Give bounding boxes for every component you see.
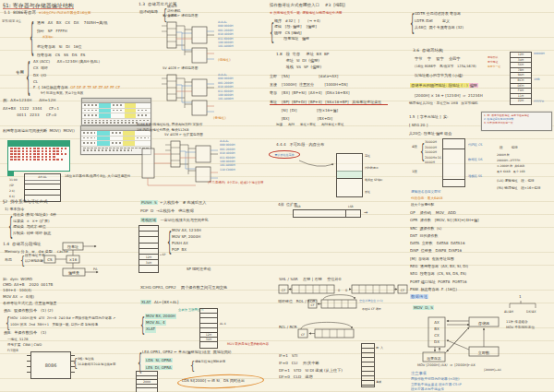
special-register-line: DX I/O [33,72,100,78]
memory-side-label: 低址 [365,186,383,198]
green-table-row [10,150,62,152]
memory-box-highlight [337,171,362,178]
lds-line: LDS SI, OPRA [145,358,173,362]
decoder-2-caption: 5V 4028 ← 译码电路图 [163,66,198,70]
decoder-3-caption: 5V 4028 ← 位扩展电路图 [164,133,203,137]
decoder-1-address-table: A₂A₁A₀000·0000H001·2000H010·4000H011·600… [218,20,234,49]
shift-instruction-line: SHL / SAR 左移 | 右移 空位补0 [279,277,341,281]
notation-legend-line: SEG 段寄存器 (CS, SS, DS, ES) [410,270,479,278]
register-line: 指针 SP FFFFH [37,27,108,35]
stack-code-line: PUSH AX [172,240,201,246]
word-address-line: 共20位: 段基址·偏移 组合 [409,130,452,138]
flags-line-b: OF DF IF TF SF ZF AF PF CF [70,85,120,89]
notes-heading: 注意事项 [411,371,427,375]
addressing-mode-row: [SI] [DI] [段×16+偏] [270,106,381,114]
address-table-row: 101·A000H [218,97,234,101]
les-line: LES DI, OPRA [145,365,173,370]
chip-note-2: 16条数据与20条地址线复用 [78,362,115,366]
rotate-note-dark: 不经过 CF 循环 [362,307,381,311]
xlat-code-line: XLAT [145,327,156,332]
stack-stripes-diagram [361,343,375,387]
embedded-rule-card: 1. 字: 低字节在低地址, 高字节在高地址 2. 段地址必须是16的倍数 3.… [481,112,552,131]
decoder-1-note: (偶地址) [218,58,231,62]
graph-example-2: [2000H]←AX [484,368,501,372]
address-table-row: 010·4000H [218,85,234,89]
bar-divider [345,210,346,217]
section-2-sub: 1) 基本指令 [5,207,24,211]
decoder-3-note: (不只是译码) 8个芯片, 组成1个地址管理 [208,181,263,184]
segment-table-line: 最大 64KB 最小 16B [497,169,525,174]
memmap-left-note-2: 字节编址 [488,60,498,64]
notation-legend-line: PORT 端口地址 PORT8 PORT16 [410,279,479,286]
parity-notes: 8086有奇/偶地址特性, 两块相间排列·字操作1M 内存按地址分两块, 每块5… [137,123,202,133]
notation-legend-line: DST 目的操作数 [410,232,479,240]
register-usage-line: 1.8 段 寄存 基址 BX BP [276,51,329,57]
addressing-mode-row: 直接 [1000H] 注意区分 [1000H+DS] [270,80,381,89]
brace-special: { [26,57,30,99]
chip-pins-left [27,355,31,375]
section-444-title: 4.4.4 不可跨段 · 内存分布 [276,142,324,147]
notation-legend-line: DATA 立即数 DATA8 DATA16 [410,240,479,247]
graph-reg-bx: BX [434,327,440,331]
stack-region-label: 堆栈区域 [140,218,157,222]
address-cross-diagram: CS 段基址 ×16 偏移量 PA [44,242,103,279]
special-register-line: AX (ACC) AX=1234H (高AH·低AL) [33,58,100,65]
memory-side-labels: 代码段存放堆栈区 SP指针低址 [365,162,383,198]
flags-subnote: 9个标志位有效, 其余7位无效 [41,91,83,95]
lds-note: 偏移与段地址同时获得 [195,360,225,363]
notation-legend-line: OPR 操作数 [MOV, SI] [BX]+[4H+偏] [410,217,479,224]
screenshot-textline [84,122,138,124]
parity-note-line: 8086有奇/偶地址特性, 两块相间排列·字操作 [137,123,202,128]
special-register-lines: AX (ACC) AX=1234H (高AH·低AL)CX 循环DX I/OCL [33,58,100,85]
unit-line: 字节 字 双字 全四字 [415,56,460,61]
descriptor-register-line: 共48位 两个专属寄存器 (32) [415,24,464,31]
segment-divider [443,179,464,180]
addressing-heading: 操作数寻址方式有哪些入口 #3 [编码] [270,3,345,7]
pa-highlight-main: 存储单元的物理地址: 段地址 ( : ) [410,83,469,88]
table-cell [200,342,217,347]
rotate-diagram: CF [308,291,358,311]
graph-memory-label: 存储器 [478,321,490,326]
flag-instruction-line: IF=0 CLI 开/关中断 [279,360,343,367]
stack-code-line: POP BX [172,246,201,253]
xlat-desc: AL←[BX+AL] [151,300,178,304]
flag-instructions: IF=1 STIIF=0 CLI 开/关中断DF=1 STD SI DI 递减 … [279,352,343,381]
segment-summary-note: 各种寻址方式汇总, 注意使用场景 [3,301,57,305]
flag-instruction-line: IF=1 STI [279,352,343,360]
memory-map-cell: 22H [511,99,531,104]
segment-diagram-box [442,138,465,187]
calc-rows: AX+BX 1122 3344 CF=1 0011 2233 CF=0 [3,105,59,118]
pop-desc: →出栈指令 弹出数据 [153,208,194,213]
tree-notes: 11种 传送组合MOV 不影响标志位 [506,319,535,330]
endian-note: 以地址最小的字节为准 (小端) [415,73,463,77]
calc-row: AX+BX 1122 3344 CF=1 [3,105,59,112]
mov-rule-line: MOV 100H 段号 4TE 2H+B 240 B# ←两操作数不能同为存储器… [10,315,115,322]
word-examples: 如: dym WORDCMD: AX+B 2020 0017B14H+4 100… [3,277,53,300]
flag-instruction-line: DF=0 CLD 递增 [279,374,343,381]
cross-pa-label: PA [93,267,98,271]
stack-code-line: MOV AX, 1234H [172,227,201,233]
rotate-note-blue: 空位补进位位 (=1) [359,299,405,303]
addressing-mode-table: 立即 [5A] [data→AX]直接 [1000H] 注意区分 [1000H+… [270,72,381,123]
lea-line: LEA OPR1, OPR2 ← 单元(偏移地址)送至 两地址同给 [142,350,232,354]
xlat-tick-label: AL·4 [220,322,226,326]
arrow-to-memory-box [297,155,336,170]
sp-note: SP 随时在变动 [187,267,211,271]
decoder-2-address-table: A₂A₁A₀000·0000H001·2000H010·4000H011·600… [218,73,234,101]
lds-small-table: 2000 [136,371,158,392]
register-example: 例: AX=1234H AH=12H [3,98,55,102]
green-square [7,172,14,176]
handwritten-notes-page: { "palette":{"paper":"#f8f3e1","rule":"#… [0,0,554,392]
descriptor-register-line: LDTR 局部 定义 [415,18,464,25]
register-usage-line: 变址 SI DI (偏移) [276,57,329,64]
physical-address-line: (PA) 物理地址 段×16+偏移 [497,186,541,190]
xlat-code-line: MOV AL, 4 [145,320,166,326]
cross-left-label: CS [47,257,53,262]
register-usage: 1.8 段 寄存 基址 BX BP 变址 SI DI (偏移) 堆栈 SS SP… [276,51,329,70]
segment-brace-label: 代码段 CS [468,143,482,147]
red-underline [270,104,388,105]
memory-side-label: 堆栈区 SP指针 [365,174,383,186]
tree-leaf-right: DX/AX [526,310,536,314]
address-table-row: 010·4000H [220,151,235,155]
graph-example: MOV [2000H] /AX/ ⇒ [2000H]←AX [417,363,476,367]
